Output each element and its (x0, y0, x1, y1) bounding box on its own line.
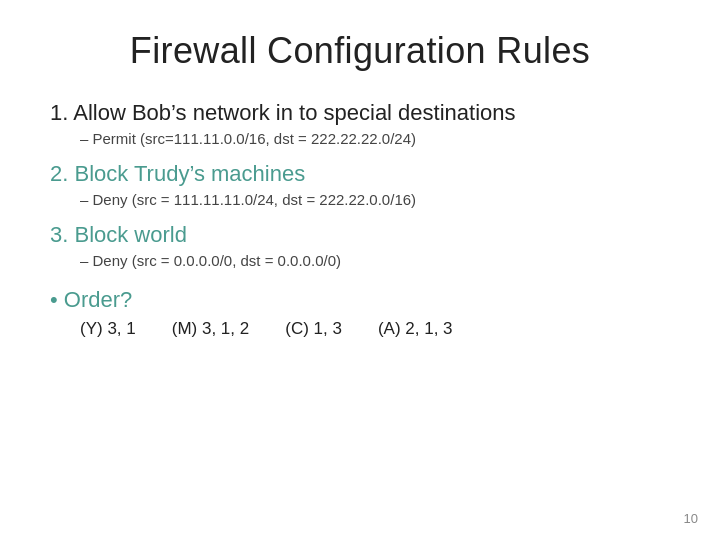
order-section: • Order? (Y) 3, 1 (M) 3, 1, 2 (C) 1, 3 (… (50, 287, 670, 339)
order-choice-y: (Y) 3, 1 (80, 319, 136, 339)
section-3-block: 3. Block world – Deny (src = 0.0.0.0/0, … (50, 222, 670, 269)
section-1-heading: 1. Allow Bob’s network in to special des… (50, 100, 670, 126)
section-2-block: 2. Block Trudy’s machines – Deny (src = … (50, 161, 670, 208)
section-2-sub: – Deny (src = 111.11.11.0/24, dst = 222.… (80, 191, 670, 208)
section-1-block: 1. Allow Bob’s network in to special des… (50, 100, 670, 147)
section-1-sub: – Permit (src=111.11.0.0/16, dst = 222.2… (80, 130, 670, 147)
page-number: 10 (684, 511, 698, 526)
order-label: • Order? (50, 287, 670, 313)
section-3-sub: – Deny (src = 0.0.0.0/0, dst = 0.0.0.0/0… (80, 252, 670, 269)
slide-title: Firewall Configuration Rules (50, 30, 670, 72)
order-choice-c: (C) 1, 3 (285, 319, 342, 339)
order-choice-a: (A) 2, 1, 3 (378, 319, 453, 339)
order-choice-m: (M) 3, 1, 2 (172, 319, 249, 339)
section-3-heading: 3. Block world (50, 222, 670, 248)
slide: Firewall Configuration Rules 1. Allow Bo… (0, 0, 720, 540)
section-2-heading: 2. Block Trudy’s machines (50, 161, 670, 187)
order-choices: (Y) 3, 1 (M) 3, 1, 2 (C) 1, 3 (A) 2, 1, … (80, 319, 670, 339)
